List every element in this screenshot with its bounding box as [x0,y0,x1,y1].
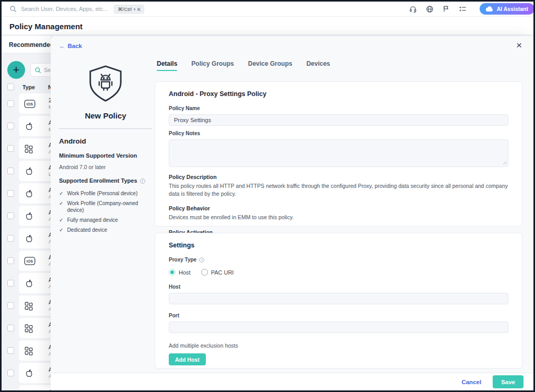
table-row: AA [2,363,52,383]
table-search-input[interactable]: Sear [30,63,52,77]
table-row: iOS AA [2,251,52,271]
page-title: Policy Management [2,17,533,31]
global-topbar: Search User, Devices, Apps, etc... ⌘/Ctr… [2,2,533,17]
add-host-button[interactable]: Add Host [169,353,206,365]
modal-footer: Cancel Save [51,373,533,390]
row-checkbox[interactable] [7,123,14,129]
table-row: AA [2,273,52,293]
cancel-button[interactable]: Cancel [461,379,481,385]
row-checkbox[interactable] [7,347,14,354]
details-card-title: Android - Proxy Settings Policy [169,90,508,98]
row-checkbox[interactable] [7,257,14,264]
content-area: Recommended P + Sear Type N iOS 2M [2,35,533,390]
ai-assistant-button[interactable]: AI Assistant [480,3,534,15]
proxy-type-radio-group: Host PAC URI [169,269,508,276]
info-icon[interactable]: i [140,179,145,184]
search-icon [34,67,41,74]
policy-row-card[interactable]: AA [19,340,52,361]
select-all-checkbox[interactable] [7,84,14,90]
settings-card-title: Settings [169,242,508,249]
android-shield-icon [85,64,126,103]
row-checkbox[interactable] [7,370,14,376]
row-checkbox[interactable] [7,212,14,219]
grid-icon [24,301,33,311]
policy-behavior-label: Policy Behavior [169,205,508,211]
table-row: iOS 2M [2,93,52,114]
info-icon[interactable]: i [199,257,204,263]
tab-policy-groups[interactable]: Policy Groups [191,60,234,71]
enrollment-type-list: ✓Work Profile (Personal device) ✓Work Pr… [59,190,152,233]
row-checkbox[interactable] [7,168,14,174]
row-checkbox[interactable] [7,235,14,242]
enrollment-type-item: ✓Work Profile (Personal device) [59,190,152,197]
row-checkbox[interactable] [7,280,14,287]
radio-pac-uri[interactable]: PAC URI [201,269,234,276]
add-policy-button[interactable]: + [7,61,25,79]
row-checkbox[interactable] [7,145,14,152]
ai-cloud-icon [485,6,494,12]
modal-tabs: Details Policy Groups Device Groups Devi… [157,60,330,71]
policy-row-card[interactable]: AA [19,273,52,293]
table-row: AA [2,228,52,248]
apple-icon [24,166,34,176]
resize-handle[interactable] [503,161,507,165]
headset-icon[interactable] [409,5,417,13]
policy-row-card[interactable]: AL [19,161,52,181]
global-search-input[interactable]: Search User, Devices, Apps, etc... [21,6,108,12]
row-checkbox[interactable] [7,302,14,309]
apple-icon [24,211,34,221]
back-button[interactable]: ←Back [59,43,82,49]
apple-icon [24,368,34,378]
grid-icon [24,144,33,153]
policy-row-card[interactable]: AA [19,295,52,316]
policy-row-card[interactable]: AA [19,228,52,248]
policy-row-card[interactable]: A [19,385,52,390]
policy-row-card[interactable]: AA [19,183,52,204]
policy-description-text: This policy routes all HTTP and HTTPS ne… [169,182,508,197]
row-checkbox[interactable] [7,190,14,197]
tab-recommended-policies[interactable]: Recommended P [2,36,51,53]
policy-name-input[interactable] [169,114,508,126]
policy-notes-textarea[interactable] [169,139,508,167]
policy-table-rows: iOS 2M AM AA AL [2,93,52,390]
host-label: Host [169,284,508,290]
enrollment-type-item: ✓Fully managed device [59,217,152,223]
apple-icon [24,233,34,243]
port-input[interactable] [169,322,508,333]
tab-device-groups[interactable]: Device Groups [248,60,293,71]
port-label: Port [169,313,508,318]
new-policy-title: New Policy [59,111,152,120]
table-row: AL [2,161,52,181]
policy-row-card[interactable]: AA [19,363,52,383]
policy-row-card[interactable]: AA [19,206,52,226]
save-button[interactable]: Save [493,375,524,388]
host-input[interactable] [169,293,508,304]
tab-devices[interactable]: Devices [306,60,330,71]
exclusion-hosts-hint: Add multiple exclusion hosts [169,342,508,349]
row-checkbox[interactable] [7,100,14,107]
apple-icon [24,278,34,288]
enrollment-types-label: Supported Enrollment Typesi [59,177,152,184]
policy-row-card[interactable]: iOS 2M [19,93,52,114]
ios-icon: iOS [24,257,36,265]
row-checkbox[interactable] [7,325,14,331]
table-row: AA [2,138,52,159]
platform-label: Android [59,137,152,145]
policy-row-card[interactable]: AM [19,116,52,136]
radio-host[interactable]: Host [169,269,191,276]
close-icon[interactable]: × [516,40,522,50]
radio-dot [201,269,208,276]
apple-icon [24,121,34,131]
policy-row-card[interactable]: AA [19,138,52,159]
table-row: AA [2,183,52,204]
tab-details[interactable]: Details [157,60,177,71]
min-version-label: Minimum Supported Version [59,152,152,159]
policy-row-card[interactable]: iOS AA [19,251,52,271]
policy-notes-label: Policy Notes [169,130,508,136]
tasklist-icon[interactable] [459,5,467,13]
ios-icon: iOS [24,100,36,108]
policy-row-card[interactable]: AA [19,318,52,338]
policy-details-card: Android - Proxy Settings Policy Policy N… [155,81,522,227]
globe-icon[interactable] [426,5,434,13]
flag-icon[interactable] [443,5,450,13]
